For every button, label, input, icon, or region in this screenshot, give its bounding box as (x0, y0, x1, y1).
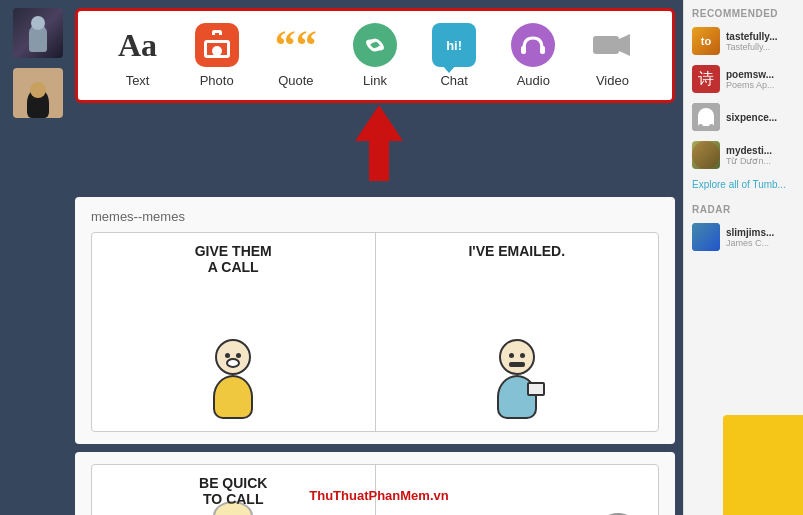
rec-name-2: poemsw... (726, 69, 775, 80)
audio-label: Audio (517, 73, 550, 88)
video-icon (590, 23, 634, 67)
arrow-shaft (369, 141, 389, 181)
text-icon: Aa (116, 23, 160, 67)
red-arrow (355, 105, 403, 181)
rec-avatar-3 (692, 103, 720, 131)
comic-text-2: I'VE EMAILED. (384, 243, 651, 259)
rec-item-1[interactable]: to tastefully... Tastefully... (692, 27, 795, 55)
comic-panel-1: GIVE THEMA CALL I'VE EMAILE (91, 232, 659, 432)
chat-label: Chat (440, 73, 467, 88)
rec-avatar-4 (692, 141, 720, 169)
link-icon (353, 23, 397, 67)
rec-info-4: mydesti... Từ Dươn... (726, 145, 772, 166)
blog-name-1: memes--memes (91, 209, 659, 224)
post-toolbar: Aa Text Photo ““ Quote (75, 8, 675, 103)
post-type-quote[interactable]: ““ Quote (266, 23, 326, 88)
post-type-chat[interactable]: hi! Chat (424, 23, 484, 88)
post-type-video[interactable]: Video (582, 23, 642, 88)
photo-label: Photo (200, 73, 234, 88)
rec-info-1: tastefully... Tastefully... (726, 31, 778, 52)
link-label: Link (363, 73, 387, 88)
post-type-text[interactable]: Aa Text (108, 23, 168, 88)
comic-cell-2: I'VE EMAILED. (376, 233, 659, 431)
recommended-title: RECOMMENDED (692, 8, 795, 19)
radar-info-1: slimjims... James C... (726, 227, 774, 248)
rec-info-3: sixpence... (726, 112, 777, 123)
post-card-1: memes--memes GIVE THEMA CALL (75, 197, 675, 444)
yellow-block (723, 415, 803, 515)
post-type-photo[interactable]: Photo (187, 23, 247, 88)
radar-name-1: slimjims... (726, 227, 774, 238)
video-label: Video (596, 73, 629, 88)
comic-text-1: GIVE THEMA CALL (100, 243, 367, 275)
rec-sub-4: Từ Dươn... (726, 156, 772, 166)
text-label: Text (126, 73, 150, 88)
rec-info-2: poemsw... Poems Ap... (726, 69, 775, 90)
avatar-2[interactable] (13, 68, 63, 118)
main-content: Aa Text Photo ““ Quote (75, 0, 683, 515)
svg-rect-2 (593, 36, 619, 54)
radar-avatar-1 (692, 223, 720, 251)
right-sidebar: RECOMMENDED to tastefully... Tastefully.… (683, 0, 803, 515)
radar-sub-1: James C... (726, 238, 774, 248)
radar-item-1[interactable]: slimjims... James C... (692, 223, 795, 251)
character-1 (198, 339, 268, 419)
post-type-audio[interactable]: Audio (503, 23, 563, 88)
rec-item-3[interactable]: sixpence... (692, 103, 795, 131)
rec-item-4[interactable]: mydesti... Từ Dươn... (692, 141, 795, 169)
character-3 (198, 491, 268, 515)
rec-sub-2: Poems Ap... (726, 80, 775, 90)
comic-cell-1: GIVE THEMA CALL (92, 233, 376, 431)
rec-item-2[interactable]: 诗 poemsw... Poems Ap... (692, 65, 795, 93)
rec-name-1: tastefully... (726, 31, 778, 42)
svg-marker-3 (619, 34, 630, 56)
rec-avatar-1: to (692, 27, 720, 55)
photo-icon (195, 23, 239, 67)
feed-area: memes--memes GIVE THEMA CALL (75, 189, 683, 515)
explore-link[interactable]: Explore all of Tumb... (692, 179, 795, 190)
quote-icon: ““ (274, 23, 318, 67)
avatar-1[interactable] (13, 8, 63, 58)
left-sidebar (0, 0, 75, 515)
svg-rect-1 (540, 46, 545, 54)
svg-rect-0 (521, 46, 526, 54)
radar-title: RADAR (692, 204, 795, 215)
rec-name-4: mydesti... (726, 145, 772, 156)
audio-icon (511, 23, 555, 67)
rec-avatar-2: 诗 (692, 65, 720, 93)
rec-name-3: sixpence... (726, 112, 777, 123)
quote-label: Quote (278, 73, 313, 88)
arrow-container (75, 105, 683, 181)
chat-icon: hi! (432, 23, 476, 67)
comic-cell-4 (376, 465, 659, 515)
comic-cell-3: BE QUICKTO CALL (92, 465, 376, 515)
arrow-head (355, 105, 403, 141)
post-card-2: BE QUICKTO CALL (75, 452, 675, 515)
rec-sub-1: Tastefully... (726, 42, 778, 52)
comic-panel-2: BE QUICKTO CALL (91, 464, 659, 515)
post-type-link[interactable]: Link (345, 23, 405, 88)
character-2 (482, 339, 552, 419)
